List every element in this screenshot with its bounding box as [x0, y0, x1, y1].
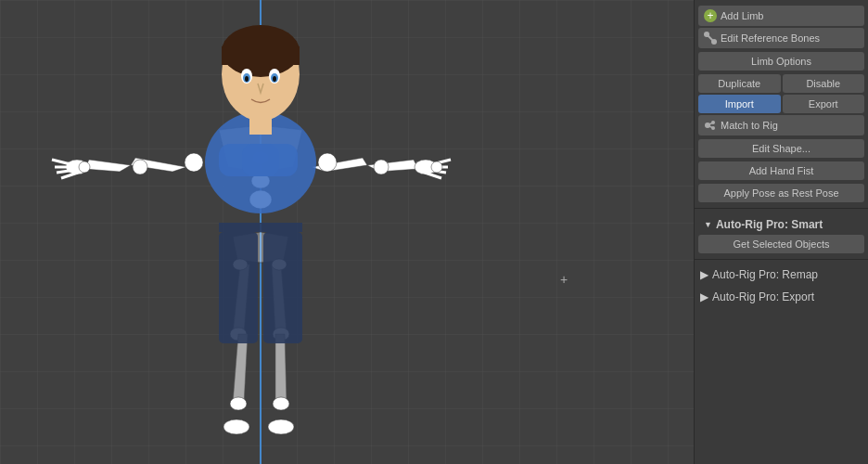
apply-pose-button[interactable]: Apply Pose as Rest Pose — [698, 184, 864, 202]
plus-icon: + — [704, 9, 717, 22]
import-button[interactable]: Import — [698, 95, 781, 113]
svg-rect-46 — [242, 144, 298, 176]
character-figure — [38, 0, 483, 464]
import-export-row: Import Export — [698, 95, 864, 113]
svg-point-47 — [185, 153, 203, 172]
svg-marker-1 — [84, 160, 131, 172]
smart-section: ▼ Auto-Rig Pro: Smart Get Selected Objec… — [695, 209, 868, 260]
smart-section-title: ▼ Auto-Rig Pro: Smart — [698, 213, 864, 233]
add-hand-fist-button[interactable]: Add Hand Fist — [698, 161, 864, 180]
svg-line-13 — [425, 173, 441, 178]
svg-line-3 — [52, 160, 70, 164]
export-button[interactable]: Export — [783, 95, 865, 113]
match-to-rig-button[interactable]: Match to Rig — [698, 115, 864, 135]
duplicate-button[interactable]: Duplicate — [698, 74, 781, 93]
duplicate-disable-row: Duplicate Disable — [698, 74, 864, 93]
remap-arrow-icon: ▶ — [700, 268, 708, 281]
svg-point-43 — [273, 76, 276, 82]
svg-point-30 — [268, 419, 294, 434]
edit-shape-button[interactable]: Edit Shape... — [698, 139, 864, 158]
svg-point-29 — [223, 419, 249, 434]
svg-marker-27 — [275, 334, 287, 404]
svg-rect-33 — [219, 232, 258, 343]
get-selected-objects-button[interactable]: Get Selected Objects — [698, 235, 864, 253]
svg-rect-32 — [219, 223, 302, 232]
svg-point-42 — [245, 76, 249, 82]
svg-point-48 — [318, 153, 337, 172]
smart-arrow-icon: ▼ — [704, 220, 712, 229]
svg-rect-44 — [249, 116, 272, 135]
viewport-crosshair: + — [560, 273, 575, 288]
svg-point-51 — [79, 161, 90, 173]
export-section[interactable]: ▶ Auto-Rig Pro: Export — [695, 286, 868, 308]
remap-section[interactable]: ▶ Auto-Rig Pro: Remap — [695, 264, 868, 286]
svg-line-55 — [707, 34, 714, 42]
svg-point-28 — [273, 397, 289, 410]
disable-button[interactable]: Disable — [783, 74, 865, 93]
svg-marker-22 — [233, 334, 248, 404]
sidebar-panel: + Add Limb Edit Reference Bones Limb Opt… — [694, 0, 868, 464]
edit-reference-bones-button[interactable]: Edit Reference Bones — [698, 28, 864, 48]
limb-options-button[interactable]: Limb Options — [698, 52, 864, 71]
svg-rect-37 — [222, 46, 300, 65]
svg-point-50 — [374, 160, 389, 174]
add-limb-button[interactable]: + Add Limb — [698, 6, 864, 26]
svg-rect-34 — [263, 232, 302, 343]
match-rig-icon — [704, 119, 717, 132]
svg-point-49 — [133, 160, 147, 174]
export-arrow-icon: ▶ — [700, 290, 708, 303]
svg-line-6 — [61, 173, 78, 178]
svg-point-52 — [431, 161, 442, 173]
bone-icon — [704, 32, 717, 45]
viewport: + — [0, 0, 694, 464]
main-section: + Add Limb Edit Reference Bones Limb Opt… — [695, 0, 868, 209]
svg-point-23 — [230, 397, 247, 410]
